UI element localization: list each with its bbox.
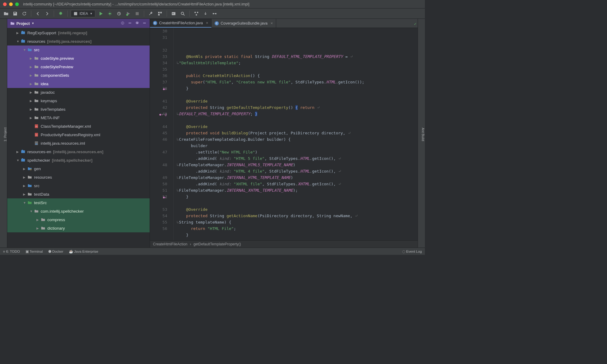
java-class-icon: C: [215, 21, 219, 25]
tree-item[interactable]: ▶idea: [7, 79, 150, 88]
commit-icon[interactable]: [211, 10, 218, 17]
window-title: intellij-community [~/IDEAProjects/intel…: [23, 2, 249, 6]
tree-item[interactable]: ▶javadoc: [7, 88, 150, 96]
project-toolwindow: Project ▼ ▶RegExpSupport[intellij.regexp…: [7, 19, 150, 248]
refresh-icon[interactable]: [21, 10, 28, 17]
right-tool-stripe: Ant Build CDI Gradle Database Maven: [418, 19, 425, 248]
svg-rect-31: [21, 159, 25, 162]
tool-ant[interactable]: Ant Build: [421, 128, 425, 141]
build-icon[interactable]: [57, 10, 64, 17]
status-todo[interactable]: ≡ 6: TODO: [3, 250, 20, 253]
tree-item[interactable]: ▶resources-en[intellij.java.resources.en…: [7, 147, 150, 156]
editor-tab[interactable]: CCoverageSuitesBundle.java×: [212, 19, 276, 28]
svg-rect-20: [22, 31, 23, 32]
profile-icon[interactable]: [124, 10, 132, 17]
tree-item[interactable]: ▶META-INF: [7, 113, 150, 122]
tree-item[interactable]: ▼src: [7, 46, 150, 54]
tree-item[interactable]: <>ProductivityFeaturesRegistry.xml: [7, 130, 150, 139]
chevron-down-icon: ▼: [90, 12, 93, 15]
tree-item[interactable]: ▼com.intellij.spellchecker: [7, 207, 150, 215]
tree-item[interactable]: ▼testSrc: [7, 198, 150, 207]
tree-item[interactable]: ▶src: [7, 181, 150, 190]
project-structure-icon[interactable]: [156, 10, 164, 17]
wrench-icon[interactable]: [147, 10, 154, 17]
svg-rect-4: [136, 12, 139, 15]
svg-rect-22: [22, 39, 23, 40]
tree-item[interactable]: ▶testData: [7, 190, 150, 198]
coverage-icon[interactable]: [115, 10, 123, 17]
status-javaee[interactable]: ☕ Java Enterprise: [69, 249, 98, 254]
tree-item[interactable]: ▶componentSets: [7, 71, 150, 79]
hide-icon[interactable]: [142, 21, 147, 26]
run-config-label: IDEA: [80, 12, 88, 16]
project-label: Project: [16, 21, 30, 26]
editor-tab[interactable]: CCreateHtmlFileAction.java×: [150, 19, 212, 28]
run-configuration-selector[interactable]: IDEA ▼: [71, 10, 95, 17]
project-header: Project ▼: [7, 19, 150, 28]
minimize-window-icon[interactable]: [9, 2, 13, 6]
project-tree[interactable]: ▶RegExpSupport[intellij.regexp]▼resource…: [7, 28, 150, 248]
close-icon[interactable]: ×: [206, 21, 209, 25]
open-icon[interactable]: [2, 10, 10, 17]
breadcrumb-item[interactable]: getDefaultTemplateProperty(): [193, 242, 241, 246]
tree-item[interactable]: ▶codeStylePreview: [7, 62, 150, 71]
tree-item[interactable]: ▼resources[intellij.java.resources]: [7, 37, 150, 46]
tree-item[interactable]: ▶resources: [7, 173, 150, 181]
svg-point-3: [126, 14, 128, 16]
gear-icon[interactable]: [135, 21, 139, 26]
svg-rect-18: [143, 23, 146, 23]
collapse-icon[interactable]: [128, 21, 132, 26]
tree-item[interactable]: <>ClassTemplateManager.xml: [7, 122, 150, 130]
tree-item[interactable]: ▶liveTemplates: [7, 105, 150, 113]
tree-item[interactable]: ▶keymaps: [7, 96, 150, 105]
forward-icon[interactable]: [43, 10, 51, 17]
maximize-window-icon[interactable]: [15, 2, 19, 6]
vcs-icon[interactable]: [193, 10, 200, 17]
svg-point-16: [122, 23, 123, 23]
svg-rect-0: [74, 12, 77, 15]
traffic-lights[interactable]: [3, 2, 19, 6]
svg-rect-30: [22, 150, 23, 151]
tree-item[interactable]: ▼spellchecker[intellij.spellchecker]: [7, 156, 150, 164]
run-anything-icon[interactable]: [170, 10, 177, 17]
svg-rect-21: [21, 40, 25, 43]
project-icon: [10, 21, 15, 25]
back-icon[interactable]: [34, 10, 42, 17]
search-icon[interactable]: [179, 10, 186, 17]
tree-item[interactable]: ▶RegExpSupport[intellij.regexp]: [7, 29, 150, 37]
status-terminal[interactable]: ▣ Terminal: [25, 249, 43, 254]
breadcrumb-item[interactable]: CreateHtmlFileAction: [153, 242, 187, 246]
chevron-down-icon[interactable]: ▼: [32, 22, 34, 25]
tree-item[interactable]: intellij.java.resources.iml: [7, 139, 150, 147]
status-bar: ≡ 6: TODO ▣ Terminal ⬢ Docker ☕ Java Ent…: [0, 248, 425, 255]
run-icon[interactable]: [97, 10, 104, 17]
chevron-right-icon: ›: [190, 242, 191, 246]
tree-item[interactable]: ▶compress: [7, 215, 150, 224]
main-toolbar: IDEA ▼: [0, 8, 425, 19]
update-icon[interactable]: [202, 10, 209, 17]
close-icon[interactable]: ×: [270, 21, 273, 25]
editor-area: CCreateHtmlFileAction.java×CCoverageSuit…: [150, 19, 418, 248]
svg-rect-28: [36, 144, 38, 145]
debug-icon[interactable]: [106, 10, 114, 17]
close-window-icon[interactable]: [3, 2, 7, 6]
tool-project[interactable]: 1: Project: [3, 127, 7, 141]
tree-item[interactable]: ▶gen: [7, 164, 150, 173]
editor-gutter[interactable]: 303132333435363738●↑414243●↑ @4445464748…: [150, 28, 174, 240]
event-log[interactable]: ◌ Event Log: [402, 249, 422, 254]
locate-icon[interactable]: [120, 21, 125, 26]
svg-rect-19: [21, 32, 25, 34]
svg-rect-12: [196, 14, 197, 15]
save-icon[interactable]: [12, 10, 19, 17]
status-docker[interactable]: ⬢ Docker: [48, 249, 63, 254]
svg-rect-5: [158, 12, 160, 13]
editor-breadcrumb[interactable]: CreateHtmlFileAction › getDefaultTemplat…: [150, 240, 418, 248]
stop-icon[interactable]: [134, 10, 141, 17]
svg-point-9: [181, 12, 184, 15]
tree-item[interactable]: ▶dictionary: [7, 224, 150, 232]
svg-point-1: [109, 13, 111, 15]
tree-item[interactable]: ▶codeStyle.preview: [7, 54, 150, 62]
editor-tabs: CCreateHtmlFileAction.java×CCoverageSuit…: [150, 19, 418, 28]
svg-text:<>: <>: [35, 134, 38, 136]
editor-code[interactable]: ✓ @NonNls private static final String DE…: [174, 28, 418, 240]
